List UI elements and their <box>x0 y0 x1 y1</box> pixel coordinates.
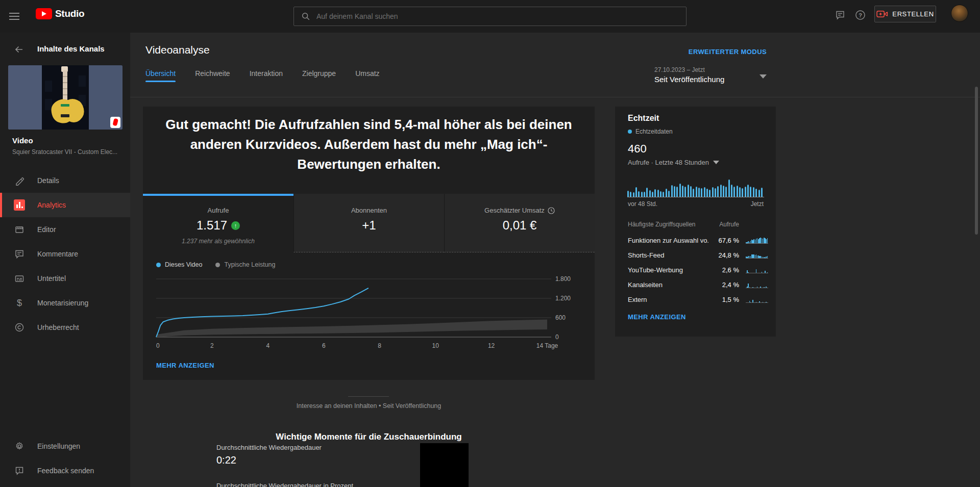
clock-icon <box>548 207 555 214</box>
svg-text:0: 0 <box>156 342 160 349</box>
account-avatar[interactable] <box>951 5 968 22</box>
svg-text:?: ? <box>859 12 862 18</box>
logo-text: Studio <box>55 8 84 19</box>
gear-icon <box>14 441 25 452</box>
page-title: Videoanalyse <box>145 44 210 56</box>
video-title: Squier Sratocaster VII - Custom Elec... <box>12 148 119 156</box>
create-video-icon <box>876 10 888 18</box>
sidebar-header: Inhalte des Kanals <box>37 44 105 53</box>
legend-this-video[interactable]: Dieses Video <box>156 261 202 268</box>
realtime-metric-selector[interactable]: Aufrufe · Letzte 48 Stunden <box>628 159 719 166</box>
create-button-label: ERSTELLEN <box>892 10 934 18</box>
feedback-bubble-icon <box>835 10 845 20</box>
help-button[interactable]: ? <box>852 7 868 22</box>
sidebar: Inhalte des Kanals <box>0 33 130 487</box>
studio-logo[interactable]: Studio <box>36 8 84 19</box>
metric-value: 0,01 € <box>503 218 537 233</box>
metric-label: Geschätzter Umsatz <box>484 207 545 214</box>
avg-watch-duration-label: Durchschnittliche Wiedergabedauer <box>216 444 322 451</box>
table-row[interactable]: Extern 1,5 % <box>628 292 768 307</box>
legend-dot-blue <box>156 263 161 267</box>
tab-zielgruppe[interactable]: Zielgruppe <box>302 64 336 87</box>
realtime-bar-chart[interactable] <box>627 178 764 197</box>
channel-search[interactable] <box>293 7 687 26</box>
avg-watch-percentage-label: Durchschnittliche Wiedergabedauer in Pro… <box>216 482 353 487</box>
svg-text:1.800: 1.800 <box>555 275 571 283</box>
sidebar-item-details[interactable]: Details <box>0 168 130 193</box>
sidebar-item-subtitles[interactable]: Untertitel <box>0 266 130 291</box>
up-arrow-icon: ↑ <box>231 221 240 230</box>
copyright-icon <box>14 322 25 333</box>
analytics-header: Videoanalyse Übersicht Reichweite Intera… <box>130 33 980 97</box>
sidebar-item-settings[interactable]: Einstellungen <box>0 434 130 458</box>
svg-text:2: 2 <box>210 342 214 349</box>
search-input[interactable] <box>316 12 679 20</box>
sidebar-item-feedback[interactable]: Feedback senden <box>0 458 130 483</box>
tab-reichweite[interactable]: Reichweite <box>195 64 230 87</box>
table-row[interactable]: Funktionen zur Auswahl vo... 67,6 % <box>628 233 768 248</box>
scrollbar[interactable] <box>975 87 978 235</box>
video-player-preview[interactable] <box>420 443 469 487</box>
shorts-badge-icon <box>110 117 120 128</box>
table-row[interactable]: Kanalseiten 2,4 % <box>628 277 768 292</box>
views-line-chart[interactable]: 1.8001.200600002468101214 Tage <box>143 274 595 355</box>
tab-uebersicht[interactable]: Übersicht <box>145 64 176 87</box>
metric-value: 1.517 <box>197 218 227 233</box>
svg-text:8: 8 <box>378 342 381 349</box>
sidebar-item-comments[interactable]: Kommentare <box>0 242 130 266</box>
realtime-show-more-link[interactable]: MEHR ANZEIGEN <box>628 313 686 321</box>
svg-text:1.200: 1.200 <box>555 295 571 302</box>
sidebar-item-copyright[interactable]: Urheberrecht <box>0 315 130 340</box>
topbar: Studio ? <box>0 0 980 33</box>
date-range-text: 27.10.2023 – Jetzt <box>654 66 767 73</box>
back-arrow-icon[interactable] <box>12 43 26 56</box>
sidebar-item-monetization[interactable]: $ Monetarisierung <box>0 291 130 315</box>
video-thumbnail[interactable] <box>8 65 122 130</box>
sparkline-chart <box>746 296 768 303</box>
video-type-label: Video <box>12 136 33 145</box>
create-button[interactable]: ERSTELLEN <box>874 6 936 22</box>
show-more-link[interactable]: MEHR ANZEIGEN <box>156 362 214 369</box>
tab-interaktion[interactable]: Interaktion <box>250 64 283 87</box>
svg-text:600: 600 <box>555 314 566 321</box>
metric-note: 1.237 mehr als gewöhnlich <box>143 238 293 245</box>
metric-tabs: Aufrufe 1.517 ↑ 1.237 mehr als gewöhnlic… <box>143 194 595 252</box>
tab-umsatz[interactable]: Umsatz <box>355 64 379 87</box>
clapperboard-icon <box>14 224 25 235</box>
metric-tab-views[interactable]: Aufrufe 1.517 ↑ 1.237 mehr als gewöhnlic… <box>143 194 293 252</box>
traffic-sources-table: Funktionen zur Auswahl vo... 67,6 % Shor… <box>628 233 768 307</box>
realtime-count: 460 <box>628 142 647 156</box>
captions-icon <box>14 273 25 284</box>
sidebar-item-editor[interactable]: Editor <box>0 217 130 242</box>
metric-tab-revenue[interactable]: Geschätzter Umsatz 0,01 € <box>444 194 595 252</box>
svg-text:10: 10 <box>432 342 439 349</box>
metric-tab-subscribers[interactable]: Abonnenten +1 <box>293 194 444 252</box>
sparkline-chart <box>746 281 768 288</box>
svg-text:12: 12 <box>488 342 495 349</box>
search-icon <box>301 12 310 21</box>
legend-dot-gray <box>215 263 220 267</box>
table-row[interactable]: YouTube-Werbung 2,6 % <box>628 263 768 277</box>
performance-headline: Gut gemacht! Die Aufrufzahlen sind 5,4-m… <box>162 115 576 174</box>
table-row[interactable]: Shorts-Feed 24,8 % <box>628 248 768 263</box>
analytics-tabs: Übersicht Reichweite Interaktion Zielgru… <box>145 64 380 87</box>
bar-chart-icon <box>14 199 25 211</box>
legend-typical-performance[interactable]: Typische Leistung <box>215 261 275 268</box>
avg-watch-duration-value: 0:22 <box>216 454 236 466</box>
live-dot-icon <box>628 130 632 134</box>
date-range-picker[interactable]: 27.10.2023 – Jetzt Seit Veröffentlichung <box>654 66 767 84</box>
sparkline-chart <box>746 267 768 273</box>
sparkline-chart <box>746 252 768 259</box>
realtime-axis-left: vor 48 Std. <box>628 200 657 208</box>
realtime-title: Echtzeit <box>628 114 659 123</box>
date-range-label: Seit Veröffentlichung <box>654 75 767 84</box>
overview-card: Gut gemacht! Die Aufrufzahlen sind 5,4-m… <box>143 107 595 380</box>
sidebar-item-analytics[interactable]: Analytics <box>0 193 130 217</box>
interest-caption: Interesse an deinen Inhalten • Seit Verö… <box>143 402 595 409</box>
feedback-button[interactable] <box>832 7 848 22</box>
advanced-mode-link[interactable]: ERWEITERTER MODUS <box>689 48 767 56</box>
svg-text:0: 0 <box>555 334 559 341</box>
youtube-studio-app: Studio ? <box>0 0 980 487</box>
menu-icon[interactable] <box>9 11 21 22</box>
realtime-live-label: Echtzeitdaten <box>635 128 673 135</box>
